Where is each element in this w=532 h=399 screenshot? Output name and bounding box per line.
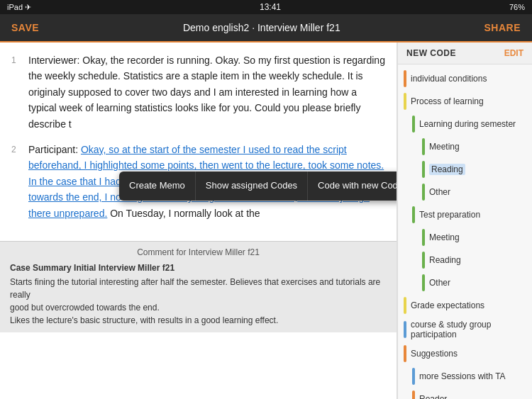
context-menu: Create Memo Show assigned Codes Code wit… [119, 172, 397, 201]
para-num-1: 1 [11, 52, 21, 132]
status-time: 13:41 [260, 2, 281, 12]
code-list-item[interactable]: Meeting [398, 226, 532, 249]
code-with-new-code-button[interactable]: Code with new Code [308, 172, 397, 201]
code-label: more Sessions with TA [419, 371, 506, 381]
code-label: Reader [419, 394, 447, 399]
code-color-dot [404, 297, 406, 314]
code-color-dot [404, 70, 406, 87]
code-header: NEW CODE EDIT [398, 43, 532, 64]
code-color-dot [404, 345, 406, 362]
comment-section: Comment for Interview Miller f21 Case Su… [0, 241, 397, 332]
status-bar: iPad ✈ 13:41 76% [0, 0, 532, 14]
code-color-dot [412, 116, 415, 133]
status-right: 76% [509, 3, 525, 11]
create-memo-button[interactable]: Create Memo [119, 172, 196, 201]
code-color-dot [422, 252, 425, 269]
code-color-dot [412, 206, 415, 223]
code-list-item[interactable]: Reading [398, 158, 532, 181]
nav-title: Demo english2 · Interview Miller f21 [183, 22, 340, 33]
code-color-dot [422, 274, 425, 291]
code-label: Reading [429, 255, 461, 265]
comment-heading: Case Summary Initial Interview Miller f2… [10, 262, 387, 274]
code-list-item[interactable]: Other [398, 271, 532, 294]
code-list-item[interactable]: Suggestions [398, 342, 532, 365]
para-text-1[interactable]: Interviewer: Okay, the recorder is runni… [28, 52, 385, 132]
code-label: Meeting [429, 142, 460, 152]
comment-body: Case Summary Initial Interview Miller f2… [10, 262, 387, 327]
code-color-dot [404, 93, 406, 110]
code-color-dot [412, 368, 415, 385]
code-list-item[interactable]: course & study group participation [398, 317, 532, 342]
comment-line-2: good but overcrowded towards the end. [10, 301, 387, 314]
code-list-item[interactable]: Test preparation [398, 203, 532, 226]
share-button[interactable]: SHARE [484, 22, 521, 33]
code-color-dot [404, 321, 406, 338]
code-label: Learning during semester [419, 119, 516, 129]
status-left: iPad ✈ [7, 3, 31, 12]
para-num-2: 2 [11, 142, 21, 221]
comment-line-3: Likes the lecture's basic structure, wit… [10, 314, 387, 327]
code-list-item[interactable]: Other [398, 181, 532, 203]
code-label: course & study group participation [411, 320, 526, 339]
code-label: Grade expectations [411, 300, 484, 310]
code-list: individual conditionsProcess of learning… [398, 64, 532, 399]
code-header-title: NEW CODE [406, 48, 456, 58]
code-color-dot [422, 161, 425, 178]
battery-label: 76% [509, 3, 525, 11]
ipad-label: iPad ✈ [7, 3, 31, 12]
code-label: Other [429, 278, 450, 288]
code-list-item[interactable]: Meeting [398, 135, 532, 158]
code-list-item[interactable]: Reading [398, 249, 532, 271]
code-label: Suggestions [411, 349, 458, 359]
code-list-item[interactable]: more Sessions with TA [398, 365, 532, 388]
comment-line-1: Starts fining the tutorial interesting a… [10, 276, 387, 301]
code-label: Meeting [429, 232, 460, 242]
comment-title: Comment for Interview Miller f21 [10, 247, 387, 257]
code-list-item[interactable]: Grade expectations [398, 294, 532, 317]
code-list-item[interactable]: Process of learning [398, 90, 532, 113]
code-label: individual conditions [411, 74, 487, 84]
code-color-dot [422, 229, 425, 246]
code-color-dot [422, 138, 425, 155]
save-button[interactable]: SAVE [11, 22, 39, 33]
edit-button[interactable]: EDIT [504, 48, 523, 58]
paragraph-1: 1 Interviewer: Okay, the recorder is run… [11, 52, 385, 132]
code-label: Process of learning [411, 96, 484, 106]
text-panel: 1 Interviewer: Okay, the recorder is run… [0, 43, 397, 399]
code-color-dot [412, 390, 415, 399]
code-label: Reading [429, 164, 465, 175]
show-assigned-codes-button[interactable]: Show assigned Codes [196, 172, 308, 201]
nav-bar: SAVE Demo english2 · Interview Miller f2… [0, 14, 532, 43]
code-list-item[interactable]: Learning during semester [398, 113, 532, 135]
main-content: 1 Interviewer: Okay, the recorder is run… [0, 43, 532, 399]
code-list-item[interactable]: Reader [398, 388, 532, 399]
text-content: 1 Interviewer: Okay, the recorder is run… [0, 43, 397, 241]
code-label: Other [429, 187, 450, 197]
code-label: Test preparation [419, 210, 480, 220]
code-color-dot [422, 184, 425, 201]
code-panel: NEW CODE EDIT individual conditionsProce… [397, 43, 532, 399]
code-list-item[interactable]: individual conditions [398, 67, 532, 90]
